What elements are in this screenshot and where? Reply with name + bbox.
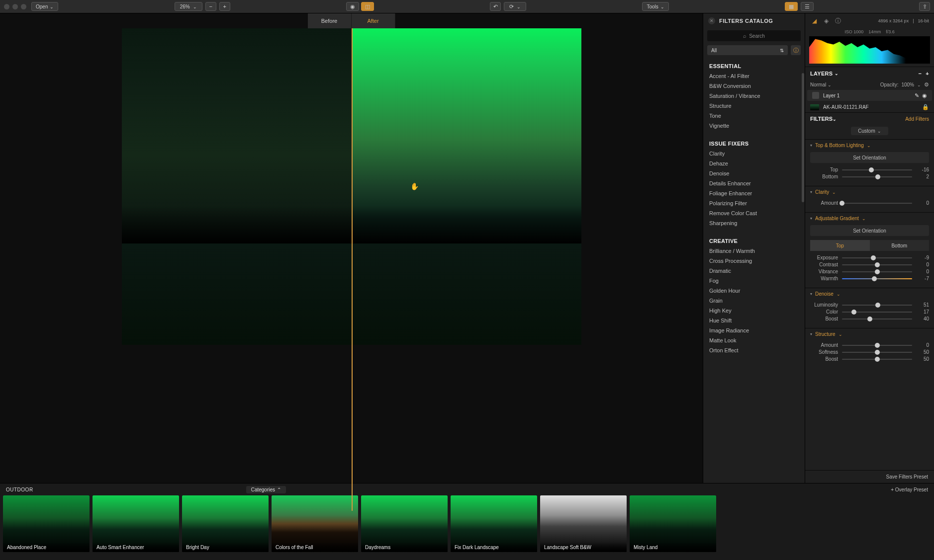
tab-top[interactable]: Top bbox=[810, 240, 870, 251]
image-stage[interactable]: ✋ bbox=[0, 28, 703, 483]
visibility-icon[interactable]: ◉ bbox=[922, 92, 927, 99]
plus-icon[interactable]: + bbox=[926, 71, 929, 77]
filter-header-structure[interactable]: ▾ Structure bbox=[810, 331, 929, 337]
filter-tone[interactable]: Tone bbox=[703, 111, 805, 121]
categories-button[interactable]: Categories ⌃ bbox=[246, 486, 286, 493]
preset-daydreams[interactable]: Daydreams bbox=[361, 495, 448, 552]
workspace-preset-select[interactable]: Custom bbox=[851, 127, 888, 135]
slider-track[interactable] bbox=[842, 352, 912, 353]
before-tab[interactable]: Before bbox=[308, 13, 352, 28]
slider-value[interactable]: -7 bbox=[916, 276, 929, 281]
slider-thumb[interactable] bbox=[875, 269, 880, 274]
catalog-list[interactable]: ESSENTIAL Accent - AI Filter B&W Convers… bbox=[703, 60, 805, 483]
zoom-select[interactable]: 26% bbox=[175, 2, 202, 11]
filter-remove-color-cast[interactable]: Remove Color Cast bbox=[703, 208, 805, 218]
slider-thumb[interactable] bbox=[869, 167, 874, 172]
layer-item-1[interactable]: Layer 1 ✎ ◉ bbox=[807, 90, 932, 101]
preset-abandoned-place[interactable]: Abandoned Place bbox=[3, 495, 90, 552]
filter-high-key[interactable]: High Key bbox=[703, 306, 805, 316]
add-filters-button[interactable]: Add Filters bbox=[905, 116, 929, 122]
close-catalog-button[interactable]: ✕ bbox=[708, 17, 715, 24]
info-tab[interactable]: ⓘ bbox=[834, 17, 842, 25]
slider-value[interactable]: 0 bbox=[916, 342, 929, 348]
layers-tab[interactable]: ◈ bbox=[822, 17, 830, 25]
filters-header[interactable]: FILTERS Add Filters bbox=[805, 112, 934, 125]
slider-track[interactable] bbox=[842, 319, 912, 320]
layers-header[interactable]: LAYERS − + bbox=[805, 67, 934, 80]
preset-landscape-soft-bw[interactable]: Landscape Soft B&W bbox=[540, 495, 627, 552]
filter-bw-conversion[interactable]: B&W Conversion bbox=[703, 81, 805, 91]
slider-thumb[interactable] bbox=[867, 317, 872, 321]
close-window[interactable] bbox=[4, 4, 9, 9]
presets-panel-toggle[interactable]: ▦ bbox=[785, 2, 798, 11]
slider-thumb[interactable] bbox=[871, 255, 876, 260]
slider-thumb[interactable] bbox=[851, 310, 856, 315]
base-layer[interactable]: AK-AUR-01121.RAF 🔒 bbox=[805, 102, 934, 112]
catalog-category-select[interactable]: All ⇅ bbox=[707, 45, 788, 55]
slider-track[interactable] bbox=[842, 264, 912, 265]
minimize-window[interactable] bbox=[12, 4, 18, 9]
filter-golden-hour[interactable]: Golden Hour bbox=[703, 286, 805, 296]
filter-image-radiance[interactable]: Image Radiance bbox=[703, 325, 805, 335]
histogram[interactable] bbox=[809, 36, 930, 64]
filter-dramatic[interactable]: Dramatic bbox=[703, 266, 805, 276]
slider-track[interactable] bbox=[842, 359, 912, 360]
scrollbar[interactable] bbox=[802, 73, 804, 202]
brush-icon[interactable]: ✎ bbox=[915, 92, 919, 99]
slider-track[interactable] bbox=[842, 305, 912, 306]
preset-colors-of-the-fall[interactable]: Colors of the Fall bbox=[272, 495, 358, 552]
slider-value[interactable]: 2 bbox=[916, 174, 929, 179]
filter-fog[interactable]: Fog bbox=[703, 276, 805, 286]
slider-thumb[interactable] bbox=[872, 276, 877, 281]
filter-brilliance-warmth[interactable]: Brilliance / Warmth bbox=[703, 246, 805, 256]
filter-grain[interactable]: Grain bbox=[703, 296, 805, 306]
slider-value[interactable]: 17 bbox=[916, 309, 929, 315]
filter-dehaze[interactable]: Dehaze bbox=[703, 159, 805, 168]
catalog-search-input[interactable]: ⌕ Search bbox=[707, 30, 801, 41]
slider-value[interactable]: 0 bbox=[916, 262, 929, 267]
filter-sharpening[interactable]: Sharpening bbox=[703, 218, 805, 228]
filter-orton-effect[interactable]: Orton Effect bbox=[703, 345, 805, 355]
filter-header-denoise[interactable]: ▾ Denoise bbox=[810, 291, 929, 297]
minus-icon[interactable]: − bbox=[919, 71, 922, 77]
save-filters-preset-button[interactable]: Save Filters Preset bbox=[886, 474, 928, 480]
slider-value[interactable]: 0 bbox=[916, 200, 929, 206]
slider-thumb[interactable] bbox=[875, 343, 880, 348]
catalog-info-button[interactable]: ⓘ bbox=[791, 45, 801, 55]
filter-denoise[interactable]: Denoise bbox=[703, 168, 805, 178]
zoom-window[interactable] bbox=[21, 4, 26, 9]
filter-vignette[interactable]: Vignette bbox=[703, 121, 805, 131]
blend-mode-select[interactable]: Normal bbox=[810, 82, 832, 87]
overlay-preset-button[interactable]: + Overlay Preset bbox=[891, 487, 928, 492]
opacity-value[interactable]: 100% bbox=[901, 82, 914, 87]
filter-matte-look[interactable]: Matte Look bbox=[703, 335, 805, 345]
slider-value[interactable]: 40 bbox=[916, 316, 929, 321]
filter-accent-ai[interactable]: Accent - AI Filter bbox=[703, 71, 805, 81]
filter-saturation-vibrance[interactable]: Saturation / Vibrance bbox=[703, 91, 805, 101]
slider-value[interactable]: -16 bbox=[916, 167, 929, 172]
slider-thumb[interactable] bbox=[875, 174, 880, 179]
filter-header-tb[interactable]: ▾ Top & Bottom Lighting bbox=[810, 143, 929, 148]
undo-button[interactable]: ↶ bbox=[490, 2, 501, 11]
filter-cross-processing[interactable]: Cross Processing bbox=[703, 256, 805, 266]
history-button[interactable]: ⟳ bbox=[504, 2, 526, 11]
slider-thumb[interactable] bbox=[875, 262, 880, 267]
filter-clarity[interactable]: Clarity bbox=[703, 149, 805, 159]
tools-button[interactable]: Tools bbox=[642, 2, 668, 11]
compare-divider[interactable] bbox=[352, 28, 353, 511]
slider-track[interactable] bbox=[842, 203, 912, 204]
slider-track[interactable] bbox=[842, 169, 912, 170]
slider-value[interactable]: 51 bbox=[916, 302, 929, 308]
preset-bright-day[interactable]: Bright Day bbox=[182, 495, 269, 552]
filter-hue-shift[interactable]: Hue Shift bbox=[703, 316, 805, 325]
gear-icon[interactable]: ⚙ bbox=[924, 81, 929, 88]
quick-preview-button[interactable]: ◉ bbox=[346, 2, 359, 11]
set-orientation-button[interactable]: Set Orientation bbox=[810, 152, 929, 163]
slider-value[interactable]: 0 bbox=[916, 269, 929, 274]
slider-track[interactable] bbox=[842, 278, 912, 279]
open-button[interactable]: Open bbox=[31, 2, 58, 11]
slider-thumb[interactable] bbox=[875, 357, 880, 362]
export-button[interactable]: ⇪ bbox=[919, 2, 930, 11]
slider-track[interactable] bbox=[842, 312, 912, 313]
filter-details-enhancer[interactable]: Details Enhancer bbox=[703, 178, 805, 188]
